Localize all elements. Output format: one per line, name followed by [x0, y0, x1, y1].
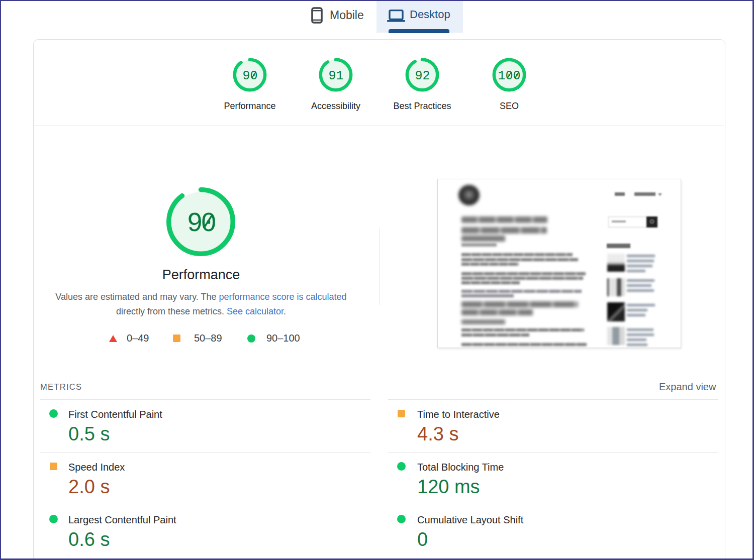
svg-text:92: 92: [415, 69, 430, 83]
svg-text:0: 0: [201, 209, 217, 239]
svg-text:91: 91: [328, 69, 343, 83]
svg-text:90: 90: [242, 69, 257, 83]
